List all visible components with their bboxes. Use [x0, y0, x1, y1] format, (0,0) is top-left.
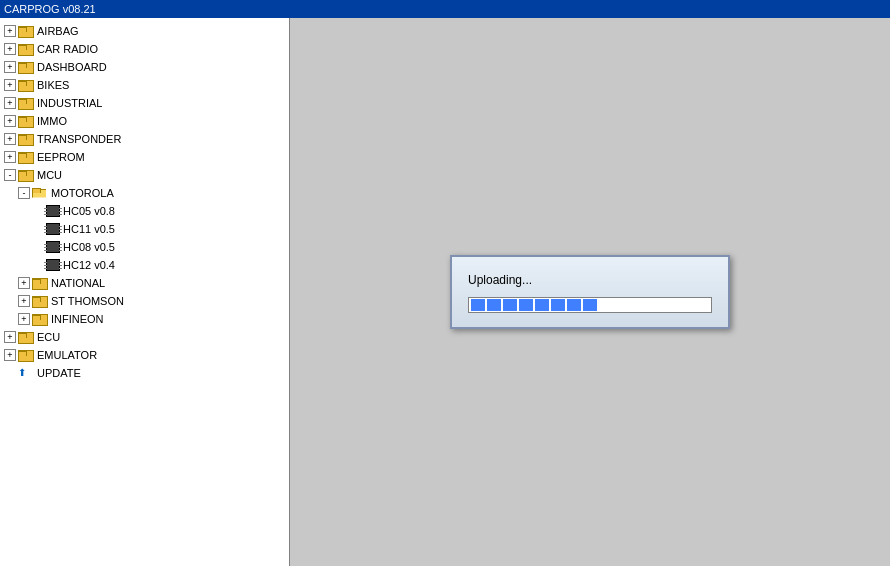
main-layout: + AIRBAG + CAR RADIO + DASHBOARD + BIKES… [0, 18, 890, 566]
expander-ecu[interactable]: + [4, 331, 16, 343]
chip-icon-hc12 [46, 259, 60, 271]
expander-industrial[interactable]: + [4, 97, 16, 109]
label-bikes: BIKES [37, 79, 69, 91]
title-label: CARPROG v08.21 [4, 3, 96, 15]
folder-icon-airbag [18, 25, 34, 38]
tree-item-hc12[interactable]: HC12 v0.4 [0, 256, 289, 274]
label-dashboard: DASHBOARD [37, 61, 107, 73]
expander-mcu[interactable]: - [4, 169, 16, 181]
label-ecu: ECU [37, 331, 60, 343]
label-motorola: MOTOROLA [51, 187, 114, 199]
folder-icon-ecu [18, 331, 34, 344]
label-st-thomson: ST THOMSON [51, 295, 124, 307]
progress-block [551, 299, 565, 311]
spacer-hc05 [32, 205, 44, 217]
title-bar: CARPROG v08.21 [0, 0, 890, 18]
tree-item-hc11[interactable]: HC11 v0.5 [0, 220, 289, 238]
chip-icon-hc05 [46, 205, 60, 217]
label-transponder: TRANSPONDER [37, 133, 121, 145]
tree-item-national[interactable]: + NATIONAL [0, 274, 289, 292]
expander-infineon[interactable]: + [18, 313, 30, 325]
tree-item-infineon[interactable]: + INFINEON [0, 310, 289, 328]
folder-icon-eeprom [18, 151, 34, 164]
folder-icon-mcu [18, 169, 34, 182]
expander-st-thomson[interactable]: + [18, 295, 30, 307]
folder-icon-national [32, 277, 48, 290]
spacer-hc11 [32, 223, 44, 235]
tree-item-motorola[interactable]: - MOTOROLA [0, 184, 289, 202]
progress-block [535, 299, 549, 311]
chip-icon-hc11 [46, 223, 60, 235]
tree-item-ecu[interactable]: + ECU [0, 328, 289, 346]
label-airbag: AIRBAG [37, 25, 79, 37]
label-hc12: HC12 v0.4 [63, 259, 115, 271]
spacer-hc12 [32, 259, 44, 271]
folder-icon-infineon [32, 313, 48, 326]
expander-national[interactable]: + [18, 277, 30, 289]
folder-icon-immo [18, 115, 34, 128]
expander-motorola[interactable]: - [18, 187, 30, 199]
label-immo: IMMO [37, 115, 67, 127]
label-eeprom: EEPROM [37, 151, 85, 163]
tree-item-st-thomson[interactable]: + ST THOMSON [0, 292, 289, 310]
tree-item-airbag[interactable]: + AIRBAG [0, 22, 289, 40]
progress-block [583, 299, 597, 311]
label-mcu: MCU [37, 169, 62, 181]
update-icon [18, 366, 34, 380]
loading-text: Uploading... [468, 273, 712, 287]
label-industrial: INDUSTRIAL [37, 97, 102, 109]
expander-dashboard[interactable]: + [4, 61, 16, 73]
tree-item-transponder[interactable]: + TRANSPONDER [0, 130, 289, 148]
label-emulator: EMULATOR [37, 349, 97, 361]
expander-car-radio[interactable]: + [4, 43, 16, 55]
expander-immo[interactable]: + [4, 115, 16, 127]
label-hc08: HC08 v0.5 [63, 241, 115, 253]
tree-item-dashboard[interactable]: + DASHBOARD [0, 58, 289, 76]
progress-bar-fill [469, 298, 711, 312]
folder-icon-transponder [18, 133, 34, 146]
progress-block [503, 299, 517, 311]
tree-item-hc08[interactable]: HC08 v0.5 [0, 238, 289, 256]
progress-block [487, 299, 501, 311]
folder-icon-emulator [18, 349, 34, 362]
folder-open-icon-motorola [32, 187, 48, 200]
label-infineon: INFINEON [51, 313, 104, 325]
label-hc11: HC11 v0.5 [63, 223, 115, 235]
tree-item-update[interactable]: UPDATE [0, 364, 289, 382]
tree-item-bikes[interactable]: + BIKES [0, 76, 289, 94]
loading-dialog: Uploading... [450, 255, 730, 329]
tree-item-immo[interactable]: + IMMO [0, 112, 289, 130]
folder-icon-industrial [18, 97, 34, 110]
progress-block [567, 299, 581, 311]
tree-item-car-radio[interactable]: + CAR RADIO [0, 40, 289, 58]
expander-airbag[interactable]: + [4, 25, 16, 37]
tree-item-industrial[interactable]: + INDUSTRIAL [0, 94, 289, 112]
expander-eeprom[interactable]: + [4, 151, 16, 163]
folder-icon-st-thomson [32, 295, 48, 308]
label-car-radio: CAR RADIO [37, 43, 98, 55]
label-national: NATIONAL [51, 277, 105, 289]
tree-item-emulator[interactable]: + EMULATOR [0, 346, 289, 364]
folder-icon-bikes [18, 79, 34, 92]
expander-bikes[interactable]: + [4, 79, 16, 91]
tree-item-eeprom[interactable]: + EEPROM [0, 148, 289, 166]
expander-transponder[interactable]: + [4, 133, 16, 145]
tree-item-mcu[interactable]: - MCU [0, 166, 289, 184]
chip-icon-hc08 [46, 241, 60, 253]
folder-icon-dashboard [18, 61, 34, 74]
folder-icon-car-radio [18, 43, 34, 56]
progress-bar-container [468, 297, 712, 313]
tree-panel[interactable]: + AIRBAG + CAR RADIO + DASHBOARD + BIKES… [0, 18, 290, 566]
tree-item-hc05[interactable]: HC05 v0.8 [0, 202, 289, 220]
label-update: UPDATE [37, 367, 81, 379]
progress-block [471, 299, 485, 311]
right-panel: Uploading... [290, 18, 890, 566]
label-hc05: HC05 v0.8 [63, 205, 115, 217]
expander-emulator[interactable]: + [4, 349, 16, 361]
progress-block [519, 299, 533, 311]
spacer-hc08 [32, 241, 44, 253]
spacer-update [4, 367, 16, 379]
